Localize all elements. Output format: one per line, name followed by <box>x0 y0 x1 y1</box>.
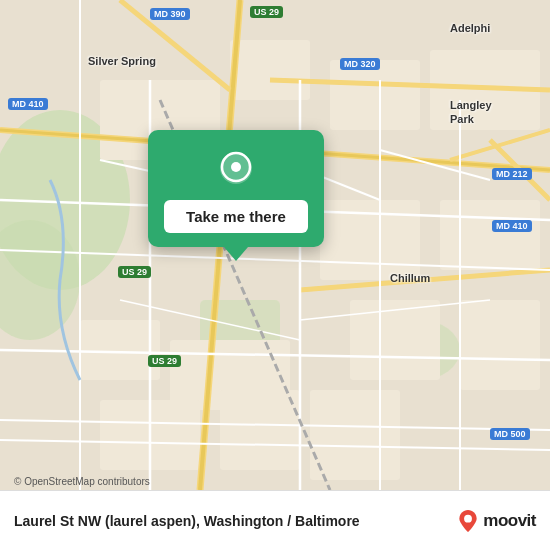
bottom-bar: Laurel St NW (laurel aspen), Washington … <box>0 490 550 550</box>
map-container: Silver Spring Adelphi LangleyPark Chillu… <box>0 0 550 490</box>
location-title: Laurel St NW (laurel aspen), Washington … <box>14 513 457 529</box>
svg-rect-17 <box>310 390 400 480</box>
svg-rect-10 <box>440 200 540 270</box>
svg-rect-13 <box>80 320 160 380</box>
svg-rect-12 <box>460 300 540 390</box>
moovit-pin-icon <box>457 510 479 532</box>
moovit-logo: moovit <box>457 510 536 532</box>
take-me-there-button[interactable]: Take me there <box>164 200 308 233</box>
svg-point-46 <box>464 514 472 522</box>
location-info: Laurel St NW (laurel aspen), Washington … <box>14 513 457 529</box>
svg-rect-6 <box>230 40 310 100</box>
popup-card: Take me there <box>148 130 324 247</box>
svg-rect-11 <box>350 300 440 380</box>
osm-attribution: © OpenStreetMap contributors <box>14 476 150 487</box>
svg-rect-16 <box>220 390 300 470</box>
moovit-brand-text: moovit <box>483 511 536 531</box>
svg-point-45 <box>231 162 241 172</box>
location-pin <box>215 148 257 190</box>
svg-rect-7 <box>330 60 420 130</box>
